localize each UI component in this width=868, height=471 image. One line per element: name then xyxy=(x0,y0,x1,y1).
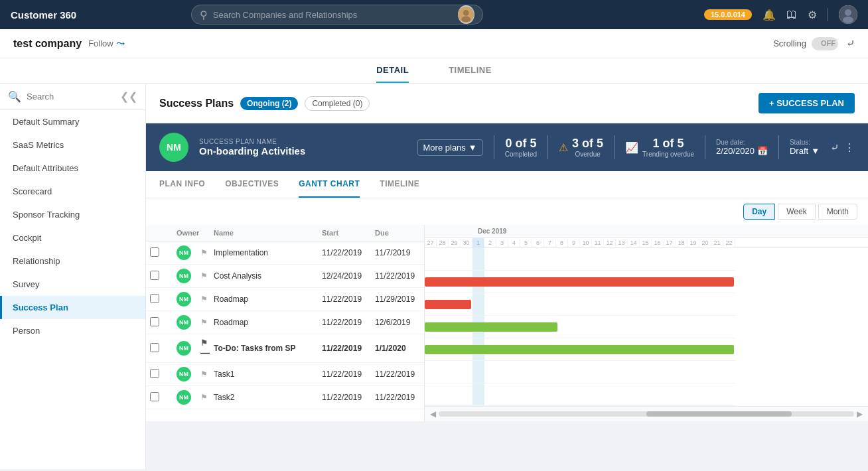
gantt-chart-header: Dec 2019 2728293012345678910111213141516… xyxy=(425,225,868,248)
tab-plan-info[interactable]: PLAN INFO xyxy=(159,171,205,198)
row-2-due: 11/22/2019 xyxy=(371,267,424,285)
global-search-input[interactable] xyxy=(213,10,453,20)
sidebar-item-survey[interactable]: Survey xyxy=(0,273,145,296)
global-search-bar[interactable]: ⚲ xyxy=(191,5,483,25)
book-icon[interactable]: 🕮 xyxy=(786,9,797,21)
plan-avatar: NM xyxy=(159,133,188,162)
period-month-button[interactable]: Month xyxy=(818,204,857,220)
status-section: Status: Draft ▼ xyxy=(790,139,820,156)
nav-divider xyxy=(828,8,828,21)
gantt-bar-row-5 xyxy=(425,338,735,361)
bookmark-3: ⚑ xyxy=(200,295,208,304)
share-icon[interactable]: ⤶ xyxy=(846,37,855,50)
period-week-button[interactable]: Week xyxy=(778,204,815,220)
plan-more-icon[interactable]: ⋮ xyxy=(844,141,855,154)
gantt-bar-row-3 xyxy=(425,293,735,316)
tab-timeline[interactable]: TIMELINE xyxy=(449,58,492,83)
date-cell-1: 1 xyxy=(472,238,484,247)
body-layout: 🔍 ❮❮ Default Summary SaaS Metrics Defaul… xyxy=(0,84,868,469)
sidebar-item-sponsor-tracking[interactable]: Sponsor Tracking xyxy=(0,203,145,226)
search-icon: ⚲ xyxy=(200,9,208,21)
settings-icon[interactable]: ⚙ xyxy=(808,9,817,21)
gantt-scrollbar[interactable]: ◀ ▶ xyxy=(425,406,868,421)
main-content: Success Plans Ongoing (2) Completed (0) … xyxy=(146,84,868,469)
gantt-tabs: PLAN INFO OBJECTIVES GANTT CHART TIMELIN… xyxy=(146,171,868,198)
scrolling-switch[interactable]: OFF xyxy=(812,37,838,50)
more-plans-button[interactable]: More plans ▼ xyxy=(417,139,483,156)
tab-detail[interactable]: DETAIL xyxy=(376,58,409,83)
ongoing-badge[interactable]: Ongoing (2) xyxy=(240,97,298,110)
sidebar-item-default-summary[interactable]: Default Summary xyxy=(0,110,145,133)
tab-objectives[interactable]: OBJECTIVES xyxy=(225,171,279,198)
bookmark-7: ⚑ xyxy=(200,393,208,402)
sidebar-item-default-attributes[interactable]: Default Attributes xyxy=(0,157,145,180)
stat-divider-5 xyxy=(778,135,779,159)
owner-badge-4: NM xyxy=(177,315,191,330)
owner-badge-3: NM xyxy=(177,292,191,306)
gantt-bar-4 xyxy=(425,322,557,332)
follow-button[interactable]: Follow ⤳ xyxy=(88,37,125,50)
company-header: test company Follow ⤳ Scrolling OFF ⤶ xyxy=(0,29,868,58)
sidebar-item-relationship[interactable]: Relationship xyxy=(0,249,145,273)
sidebar-item-success-plan[interactable]: Success Plan xyxy=(0,296,145,319)
row-5-checkbox[interactable] xyxy=(150,343,159,352)
date-cell-9: 9 xyxy=(568,238,580,247)
date-cell-19: 19 xyxy=(687,238,699,247)
row-2-checkbox[interactable] xyxy=(150,271,159,280)
date-cell-2: 2 xyxy=(484,238,496,247)
tab-gantt-timeline[interactable]: TIMELINE xyxy=(380,171,419,198)
stat-completed: 0 of 5 Completed xyxy=(505,137,537,158)
sidebar-item-person[interactable]: Person xyxy=(0,319,145,342)
row-1-checkbox[interactable] xyxy=(150,247,159,257)
tab-gantt-chart[interactable]: GANTT CHART xyxy=(299,171,360,198)
date-cell-10: 10 xyxy=(580,238,592,247)
add-success-plan-button[interactable]: + SUCCESS PLAN xyxy=(759,93,855,113)
sidebar-collapse-icon[interactable]: ❮❮ xyxy=(120,90,137,103)
notification-icon[interactable]: 🔔 xyxy=(762,9,776,21)
date-cell-29: 29 xyxy=(449,238,461,247)
row-7-name: Task2 xyxy=(210,389,318,406)
calendar-icon[interactable]: 📅 xyxy=(757,146,768,156)
stat-divider-4 xyxy=(705,135,705,159)
stat-overdue: ⚠ 3 of 5 Overdue xyxy=(559,137,603,158)
main-tabs: DETAIL TIMELINE xyxy=(0,58,868,84)
scroll-thumb[interactable] xyxy=(646,411,792,417)
user-avatar-nav[interactable] xyxy=(839,5,857,24)
row-1-start: 11/22/2019 xyxy=(318,244,371,261)
row-6-due: 11/22/2019 xyxy=(371,366,424,383)
table-row: NM ⚑ Roadmap 11/22/2019 12/6/2019 xyxy=(146,311,424,334)
completed-badge[interactable]: Completed (0) xyxy=(305,96,370,111)
row-5-name: To-Do: Tasks from SP xyxy=(210,340,318,357)
row-6-checkbox[interactable] xyxy=(150,369,159,378)
success-plans-header: Success Plans Ongoing (2) Completed (0) … xyxy=(146,84,868,123)
plan-share-icon[interactable]: ⤶ xyxy=(830,141,839,154)
date-cell-8: 8 xyxy=(556,238,568,247)
owner-badge-7: NM xyxy=(177,390,191,405)
table-row: NM ⚑ Cost Analysis 12/24/2019 11/22/2019 xyxy=(146,265,424,288)
stat-trending-num: 1 of 5 xyxy=(642,137,694,151)
highlight-col xyxy=(472,383,484,405)
sidebar-item-scorecard[interactable]: Scorecard xyxy=(0,180,145,203)
row-3-checkbox[interactable] xyxy=(150,294,159,303)
table-row: NM ⚑ Roadmap 11/22/2019 11/29/2019 xyxy=(146,288,424,311)
scroll-track[interactable] xyxy=(439,411,854,417)
row-7-checkbox[interactable] xyxy=(150,392,159,401)
month-row: Dec 2019 xyxy=(425,225,868,238)
status-label: Status: xyxy=(790,139,820,146)
sidebar-search-bar: 🔍 ❮❮ xyxy=(0,84,145,110)
sidebar-item-cockpit[interactable]: Cockpit xyxy=(0,226,145,249)
status-dropdown-icon[interactable]: ▼ xyxy=(811,146,820,156)
row-4-checkbox[interactable] xyxy=(150,317,159,326)
gantt-bars xyxy=(425,248,868,406)
plan-info: SUCCESS PLAN NAME On-boarding Activities xyxy=(199,138,407,157)
scrolling-label: Scrolling xyxy=(773,38,806,48)
due-date-label: Due date: xyxy=(716,139,768,146)
svg-point-5 xyxy=(843,17,853,23)
sidebar-search-input[interactable] xyxy=(27,92,115,101)
date-cell-22: 22 xyxy=(723,238,735,247)
sidebar-item-saas-metrics[interactable]: SaaS Metrics xyxy=(0,133,145,157)
date-cell-18: 18 xyxy=(676,238,687,247)
scroll-right-arrow[interactable]: ▶ xyxy=(857,409,863,419)
scroll-left-arrow[interactable]: ◀ xyxy=(430,409,436,419)
period-day-button[interactable]: Day xyxy=(743,204,775,220)
